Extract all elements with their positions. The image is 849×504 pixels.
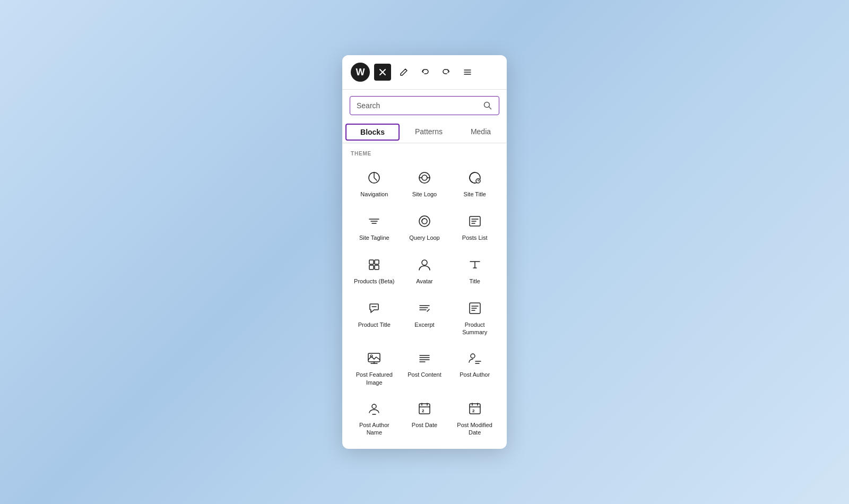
navigation-icon [365, 168, 384, 187]
list-view-button[interactable] [459, 64, 476, 81]
navigation-label: Navigation [360, 190, 388, 198]
posts-list-label: Posts List [462, 234, 488, 241]
search-icon [483, 101, 492, 110]
theme-section-label: THEME [350, 151, 499, 157]
tab-blocks[interactable]: Blocks [345, 124, 400, 141]
tab-patterns[interactable]: Patterns [403, 121, 455, 143]
post-author-name-label: Post Author Name [353, 421, 396, 437]
product-summary-label: Product Summary [453, 321, 496, 336]
svg-point-18 [372, 404, 376, 409]
post-author-label: Post Author [460, 371, 490, 378]
close-icon [379, 69, 386, 75]
wp-logo-text: W [356, 67, 365, 77]
product-summary-icon [465, 299, 484, 318]
undo-icon [421, 68, 429, 76]
title-icon [465, 255, 484, 274]
undo-button[interactable] [417, 64, 434, 81]
block-item-site-logo[interactable]: Site Logo [400, 162, 449, 204]
site-title-icon [465, 168, 484, 187]
toolbar: W [342, 55, 507, 90]
block-item-posts-list[interactable]: Posts List [450, 205, 499, 248]
block-item-product-title[interactable]: Product Title [350, 292, 399, 342]
post-modified-date-icon: 2 [465, 399, 484, 418]
search-box [350, 96, 499, 115]
block-item-post-author-name[interactable]: Post Author Name [350, 393, 399, 442]
block-item-excerpt[interactable]: Excerpt [400, 292, 449, 342]
pencil-icon [400, 68, 408, 76]
posts-list-icon [465, 212, 484, 231]
post-author-icon [465, 349, 484, 368]
svg-rect-11 [369, 265, 374, 270]
avatar-label: Avatar [416, 277, 433, 285]
list-icon [463, 68, 472, 76]
svg-rect-9 [369, 260, 374, 264]
redo-button[interactable] [438, 64, 455, 81]
block-item-query-loop[interactable]: Query Loop [400, 205, 449, 248]
post-date-icon: 2 [415, 399, 434, 418]
product-title-label: Product Title [358, 321, 391, 328]
product-title-icon [365, 299, 384, 318]
svg-point-17 [471, 354, 475, 358]
blocks-content: THEME Navigation [342, 143, 507, 449]
post-content-icon [415, 349, 434, 368]
post-modified-date-label: Post Modified Date [453, 421, 496, 437]
svg-rect-10 [375, 260, 379, 264]
pencil-button[interactable] [395, 64, 412, 81]
site-tagline-icon [365, 212, 384, 231]
svg-point-16 [370, 355, 372, 357]
svg-text:2: 2 [472, 409, 475, 413]
query-loop-label: Query Loop [409, 234, 439, 241]
block-item-site-title[interactable]: Site Title [450, 162, 499, 204]
avatar-icon [415, 255, 434, 274]
excerpt-icon [415, 299, 434, 318]
site-logo-label: Site Logo [412, 190, 437, 198]
excerpt-label: Excerpt [414, 321, 434, 328]
svg-point-3 [422, 175, 427, 180]
block-item-post-modified-date[interactable]: 2 Post Modified Date [450, 393, 499, 442]
search-container [342, 90, 507, 121]
tabs-bar: Blocks Patterns Media [342, 121, 507, 143]
post-date-label: Post Date [412, 421, 437, 429]
svg-text:2: 2 [422, 409, 424, 413]
block-item-navigation[interactable]: Navigation [350, 162, 399, 204]
block-item-site-tagline[interactable]: Site Tagline [350, 205, 399, 248]
block-item-products-beta[interactable]: Products (Beta) [350, 249, 399, 291]
block-item-title[interactable]: Title [450, 249, 499, 291]
redo-icon [442, 68, 451, 76]
svg-point-13 [422, 260, 427, 265]
blocks-grid: Navigation Site Logo [350, 162, 499, 442]
svg-point-6 [419, 216, 430, 227]
tab-media[interactable]: Media [455, 121, 507, 143]
site-logo-icon [415, 168, 434, 187]
close-button[interactable] [374, 64, 391, 81]
post-author-name-icon [365, 399, 384, 418]
svg-rect-12 [375, 265, 379, 270]
post-featured-image-label: Post Featured Image [353, 371, 396, 386]
products-beta-icon [365, 255, 384, 274]
block-item-avatar[interactable]: Avatar [400, 249, 449, 291]
svg-rect-21 [470, 404, 480, 414]
block-item-post-date[interactable]: 2 Post Date [400, 393, 449, 442]
search-submit-button[interactable] [483, 101, 492, 110]
site-tagline-label: Site Tagline [359, 234, 389, 241]
products-beta-label: Products (Beta) [354, 277, 394, 285]
block-item-post-author[interactable]: Post Author [450, 342, 499, 392]
svg-rect-19 [419, 404, 430, 414]
title-label: Title [469, 277, 480, 285]
block-item-post-featured-image[interactable]: Post Featured Image [350, 342, 399, 392]
query-loop-icon [415, 212, 434, 231]
wp-logo: W [351, 63, 370, 82]
block-inserter-panel: W [342, 55, 507, 449]
post-featured-image-icon [365, 349, 384, 368]
block-item-post-content[interactable]: Post Content [400, 342, 449, 392]
post-content-label: Post Content [408, 371, 441, 378]
block-item-product-summary[interactable]: Product Summary [450, 292, 499, 342]
search-input[interactable] [357, 101, 479, 110]
site-title-label: Site Title [464, 190, 486, 198]
